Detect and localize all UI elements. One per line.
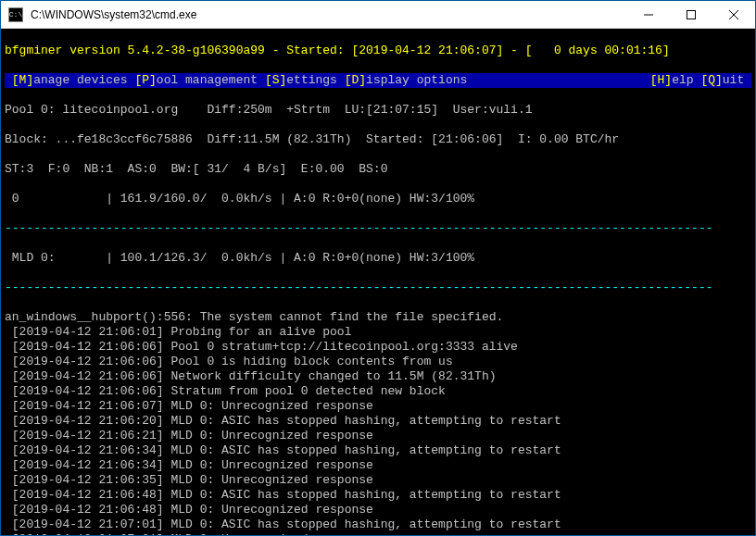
- log-line: [2019-04-12 21:07:01] MLD 0: ASIC has st…: [5, 517, 751, 532]
- log-line: [2019-04-12 21:06:07] MLD 0: Unrecognize…: [5, 399, 751, 414]
- pool-status: Pool 0: litecoinpool.org Diff:250m +Strt…: [5, 103, 751, 118]
- titlebar[interactable]: C:\ C:\WINDOWS\system32\cmd.exe: [1, 1, 755, 29]
- log-line: [2019-04-12 21:06:34] MLD 0: ASIC has st…: [5, 443, 751, 458]
- st-line: ST:3 F:0 NB:1 AS:0 BW:[ 31/ 4 B/s] E:0.0…: [5, 162, 751, 177]
- minimize-button[interactable]: [627, 1, 670, 28]
- window-title: C:\WINDOWS\system32\cmd.exe: [29, 8, 627, 21]
- cmd-icon: C:\: [8, 7, 23, 22]
- svg-rect-1: [687, 10, 696, 19]
- log-line: [2019-04-12 21:06:06] Network difficulty…: [5, 369, 751, 384]
- header-line: bfgminer version 5.4.2-38-g106390a99 - S…: [5, 44, 751, 58]
- log-lines: an_windows__hubport():556: The system ca…: [5, 310, 751, 535]
- block-status: Block: ...fe18c3ccf6c75886 Diff:11.5M (8…: [5, 132, 751, 147]
- maximize-icon: [687, 10, 696, 19]
- log-line: [2019-04-12 21:06:48] MLD 0: ASIC has st…: [5, 488, 751, 503]
- log-line: [2019-04-12 21:06:21] MLD 0: Unrecognize…: [5, 429, 751, 443]
- menu-bar[interactable]: [M]anage devices [P]ool management [S]et…: [5, 73, 751, 88]
- close-button[interactable]: [712, 1, 755, 28]
- log-line: [2019-04-12 21:06:35] MLD 0: Unrecognize…: [5, 473, 751, 488]
- mld-summary: MLD 0: | 100.1/126.3/ 0.0kh/s | A:0 R:0+…: [5, 251, 751, 266]
- log-line: [2019-04-12 21:06:06] Pool 0 stratum+tcp…: [5, 340, 751, 355]
- log-line: [2019-04-12 21:06:48] MLD 0: Unrecognize…: [5, 503, 751, 517]
- maximize-button[interactable]: [670, 1, 712, 28]
- minimize-icon: [644, 10, 653, 19]
- log-line: [2019-04-12 21:06:01] Probing for an ali…: [5, 325, 751, 340]
- cmd-window: C:\ C:\WINDOWS\system32\cmd.exe bfgminer…: [0, 0, 756, 536]
- divider: ----------------------------------------…: [5, 221, 751, 236]
- log-line: an_windows__hubport():556: The system ca…: [5, 310, 751, 325]
- window-controls: [627, 1, 755, 28]
- log-line: [2019-04-12 21:06:20] MLD 0: ASIC has st…: [5, 414, 751, 429]
- divider: ----------------------------------------…: [5, 280, 751, 295]
- log-line: [2019-04-12 21:06:06] Pool 0 is hiding b…: [5, 355, 751, 369]
- close-icon: [729, 10, 738, 19]
- rate-line: 0 | 161.9/160.0/ 0.0kh/s | A:0 R:0+0(non…: [5, 192, 751, 206]
- log-line: [2019-04-12 21:06:34] MLD 0: Unrecognize…: [5, 458, 751, 473]
- terminal-output[interactable]: bfgminer version 5.4.2-38-g106390a99 - S…: [1, 29, 755, 535]
- log-line: [2019-04-12 21:06:06] Stratum from pool …: [5, 384, 751, 399]
- log-line: [2019-04-12 21:07:01] MLD 0: Unrecognize…: [5, 532, 751, 535]
